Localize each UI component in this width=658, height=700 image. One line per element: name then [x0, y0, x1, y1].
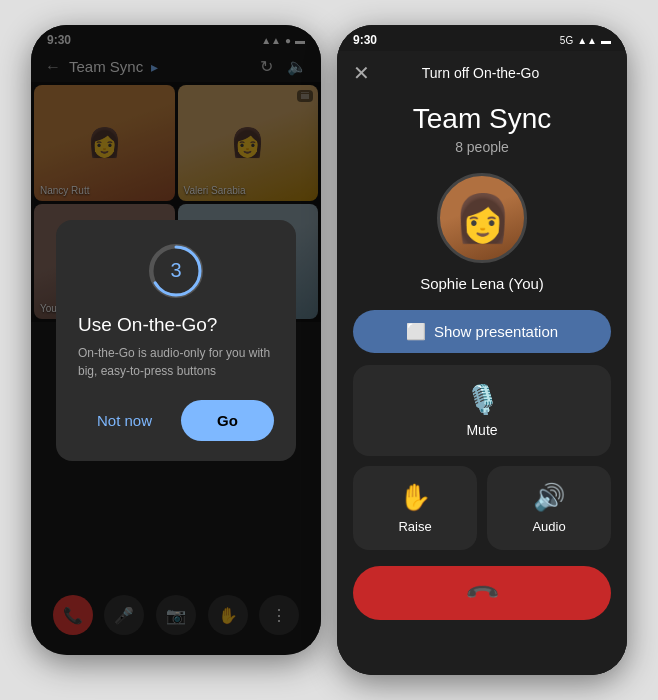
- audio-label: Audio: [532, 519, 565, 534]
- on-the-go-modal: 3 Use On-the-Go? On-the-Go is audio-only…: [56, 220, 296, 461]
- right-phone-inner: 9:30 5G ▲▲ ▬ ✕ Turn off On-the-Go Team S…: [337, 25, 627, 675]
- raise-label: Raise: [398, 519, 431, 534]
- right-end-call-button[interactable]: 📞: [353, 566, 611, 620]
- right-phone: 9:30 5G ▲▲ ▬ ✕ Turn off On-the-Go Team S…: [337, 25, 627, 675]
- mute-label: Mute: [466, 422, 497, 438]
- timer-number: 3: [170, 259, 181, 282]
- battery-icon: ▬: [601, 35, 611, 46]
- not-now-button[interactable]: Not now: [78, 400, 171, 441]
- raise-hand-icon: ✋: [399, 482, 431, 513]
- sophie-avatar: 👩: [437, 173, 527, 263]
- right-content: Team Sync 8 people 👩 Sophie Lena (You) ⬜…: [337, 93, 627, 675]
- mute-mic-icon: 🎙️: [465, 383, 500, 416]
- people-count: 8 people: [455, 139, 509, 155]
- turn-off-label: Turn off On-the-Go: [422, 65, 540, 81]
- sophie-person-icon: 👩: [454, 191, 511, 245]
- close-button[interactable]: ✕: [353, 61, 370, 85]
- modal-description: On-the-Go is audio-only for you with big…: [78, 344, 274, 380]
- presentation-icon: ⬜: [406, 322, 426, 341]
- audio-icon: 🔊: [533, 482, 565, 513]
- end-call-phone-icon: 📞: [463, 574, 500, 611]
- right-status-icons: 5G ▲▲ ▬: [560, 35, 611, 46]
- go-button[interactable]: Go: [181, 400, 274, 441]
- raise-hand-button[interactable]: ✋ Raise: [353, 466, 477, 550]
- signal-bars-icon: ▲▲: [577, 35, 597, 46]
- show-presentation-label: Show presentation: [434, 323, 558, 340]
- raise-audio-row: ✋ Raise 🔊 Audio: [353, 466, 611, 550]
- audio-button[interactable]: 🔊 Audio: [487, 466, 611, 550]
- modal-title: Use On-the-Go?: [78, 314, 274, 336]
- modal-buttons: Not now Go: [78, 400, 274, 441]
- right-meeting-name: Team Sync: [413, 103, 552, 135]
- show-presentation-button[interactable]: ⬜ Show presentation: [353, 310, 611, 353]
- right-header: ✕ Turn off On-the-Go: [337, 51, 627, 93]
- modal-overlay: 3 Use On-the-Go? On-the-Go is audio-only…: [31, 25, 321, 655]
- sophie-name: Sophie Lena (You): [420, 275, 544, 292]
- timer-wrap: 3: [78, 244, 274, 298]
- right-status-time: 9:30: [353, 33, 377, 47]
- countdown-timer: 3: [149, 244, 203, 298]
- mute-button[interactable]: 🎙️ Mute: [353, 365, 611, 456]
- 5g-icon: 5G: [560, 35, 573, 46]
- right-status-bar: 9:30 5G ▲▲ ▬: [337, 25, 627, 51]
- left-phone: 9:30 ▲▲ ● ▬ ← Team Sync ▸ ↻ 🔈: [31, 25, 321, 655]
